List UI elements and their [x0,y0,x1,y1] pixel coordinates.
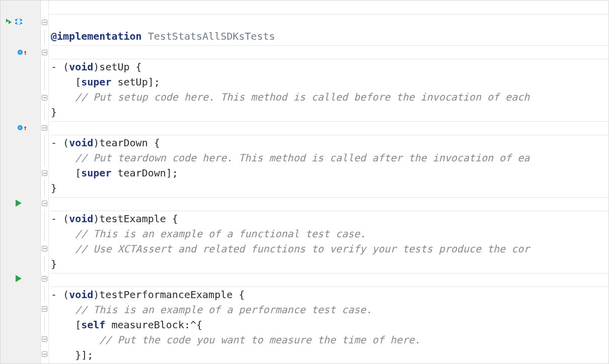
fold-column [41,1,49,363]
run-test-icon[interactable] [16,200,22,207]
gutter-row-testexample [1,196,40,211]
code-line[interactable]: // Use XCTAssert and related functions t… [51,241,608,256]
code-line[interactable]: // Put setup code here. This method is c… [51,89,608,105]
fold-end-icon[interactable] [42,95,47,101]
code-line[interactable]: [super tearDown]; [51,165,608,180]
gutter-row-testperf [1,271,40,286]
fold-end-icon[interactable] [42,170,47,176]
code-editor: ↑ ↑ [1,1,608,363]
fold-handle-icon[interactable] [42,306,47,312]
fold-handle-icon[interactable] [42,276,47,282]
code-line[interactable]: } [51,180,608,196]
code-line[interactable]: // Put the code you want to measure the … [51,332,608,347]
fold-handle-icon[interactable] [42,125,47,131]
fold-end-icon[interactable] [42,246,47,251]
code-line[interactable]: // Put teardown code here. This method i… [51,150,608,165]
gutter: ↑ ↑ [1,1,41,363]
fold-handle-icon[interactable] [42,20,47,25]
run-all-icon[interactable] [5,15,13,30]
code-line[interactable]: - (void)testPerformanceExample { [51,287,608,302]
code-line[interactable]: }]; [51,347,608,362]
fold-end-icon[interactable] [42,336,47,342]
code-line[interactable]: } [51,362,608,363]
code-line[interactable]: @implementation TestStatsAllSDKsTests [51,29,608,44]
gutter-row-setup: ↑ [1,45,40,60]
override-icon[interactable]: ↑ [18,50,27,55]
code-line[interactable]: - (void)setUp { [51,59,608,74]
gutter-row-teardown: ↑ [1,120,40,135]
code-line[interactable]: } [51,256,608,271]
gutter-row-impl [1,15,40,30]
code-line[interactable]: } [51,105,608,120]
code-line[interactable]: [self measureBlock:^{ [51,317,608,332]
code-line[interactable]: // This is an example of a performance t… [51,302,608,317]
fold-handle-icon[interactable] [42,201,47,206]
code-line[interactable]: - (void)tearDown { [51,135,608,150]
code-line[interactable]: // This is an example of a functional te… [51,226,608,241]
code-area[interactable]: @implementation TestStatsAllSDKsTests - … [49,1,608,363]
override-icon[interactable]: ↑ [18,125,27,130]
fold-end-icon[interactable] [42,351,47,357]
code-line[interactable]: [super setUp]; [51,74,608,89]
expand-icon[interactable] [15,15,23,30]
run-test-icon[interactable] [16,275,22,282]
code-line[interactable]: - (void)testExample { [51,211,608,226]
fold-handle-icon[interactable] [42,50,47,55]
